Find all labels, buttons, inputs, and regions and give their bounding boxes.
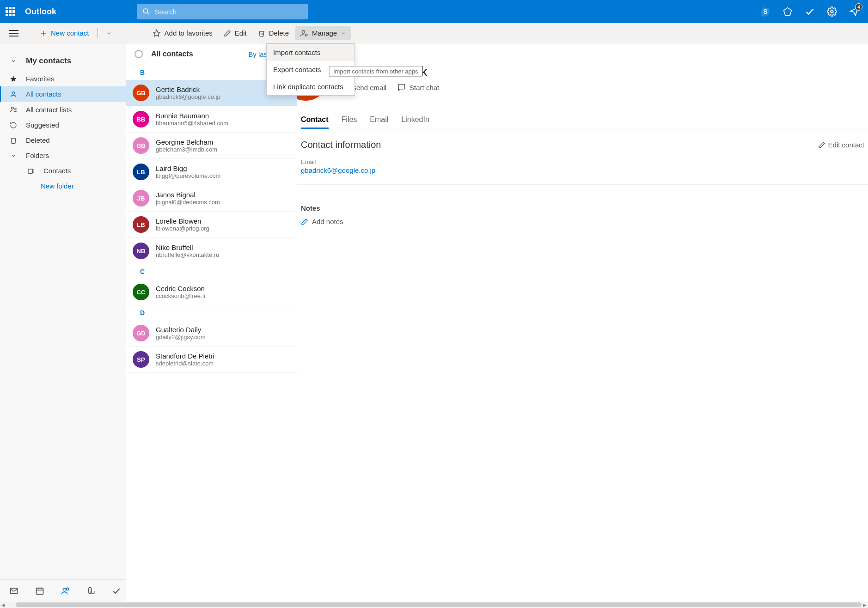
manage-label: Manage <box>312 29 337 37</box>
detail-tabs: Contact Files Email LinkedIn <box>301 105 868 129</box>
avatar: JB <box>133 190 149 207</box>
people-module-icon[interactable] <box>61 586 70 596</box>
svg-point-3 <box>831 10 833 13</box>
delete-button[interactable]: Delete <box>253 26 293 40</box>
command-bar: New contact Add to favorites Edit Delete… <box>0 23 868 43</box>
list-body[interactable]: BGBGertie Badrickgbadrick6@google.co.jpB… <box>126 65 297 602</box>
pencil-icon <box>818 141 825 149</box>
send-email-label: Send email <box>352 84 386 91</box>
skype-icon[interactable]: S <box>760 6 771 17</box>
tab-linkedin[interactable]: LinkedIn <box>401 112 429 129</box>
settings-icon[interactable] <box>826 6 837 17</box>
calendar-module-icon[interactable] <box>35 586 44 596</box>
premium-icon[interactable] <box>782 6 793 17</box>
nav-label: All contacts <box>26 90 61 98</box>
edit-contact-link[interactable]: Edit contact <box>818 141 864 149</box>
nav-label: Folders <box>26 152 49 159</box>
avatar: LB <box>133 216 149 233</box>
email-field-value[interactable]: gbadrick6@google.co.jp <box>301 166 864 174</box>
contacts-folder-icon <box>27 167 35 175</box>
horizontal-scrollbar[interactable]: ◀ ▶ <box>0 602 868 608</box>
add-notes-link[interactable]: Add notes <box>301 218 864 225</box>
contact-name: Niko Bruffell <box>156 243 219 251</box>
app-name: Outlook <box>25 7 56 17</box>
avatar: GD <box>133 325 149 341</box>
detail-panel: GB Gertie Badrick Send email Start chat … <box>297 43 868 602</box>
contact-row[interactable]: JBJanos Bignaljbignal0@dedecms.com <box>126 185 297 212</box>
contact-email: jbignal0@dedecms.com <box>156 199 220 206</box>
menu-link-duplicates[interactable]: Link duplicate contacts <box>267 78 355 95</box>
trash-icon <box>258 30 265 37</box>
avatar: SP <box>133 351 149 368</box>
module-rail <box>0 579 126 602</box>
tasks-icon[interactable] <box>804 6 815 17</box>
avatar: LB <box>133 164 149 180</box>
edit-label: Edit <box>235 29 247 37</box>
mail-module-icon[interactable] <box>9 586 18 596</box>
contact-row[interactable]: CCCedric Cocksonccocksonb@free.fr <box>126 279 297 305</box>
edit-button[interactable]: Edit <box>219 26 251 40</box>
app-header: Outlook S 4 <box>0 0 868 23</box>
search-box[interactable] <box>137 4 308 19</box>
contact-email: lbiggf@purevolume.com <box>156 172 220 179</box>
section-letter[interactable]: C <box>126 264 297 279</box>
nav-label: All contact lists <box>26 106 72 114</box>
contact-email: nbruffelle@vkontakte.ru <box>156 251 219 258</box>
contact-row[interactable]: GBGeorgine Belchamgbelcham3@imdb.com <box>126 133 297 159</box>
avatar: NB <box>133 243 149 259</box>
contact-info-title: Contact information <box>301 140 381 150</box>
contact-row[interactable]: NBNiko Bruffellnbruffelle@vkontakte.ru <box>126 238 297 264</box>
files-module-icon[interactable] <box>87 586 95 596</box>
nav-label: Contacts <box>43 167 71 175</box>
contact-row[interactable]: LBLaird Bigglbiggf@purevolume.com <box>126 159 297 185</box>
nav-all-contacts[interactable]: All contacts <box>0 86 126 102</box>
tab-email[interactable]: Email <box>370 112 388 129</box>
contact-row[interactable]: BBBunnie Baumannbbaumann5@4shared.com <box>126 106 297 133</box>
nav-favorites[interactable]: Favorites <box>0 71 126 86</box>
person-settings-icon <box>300 29 308 37</box>
main-area: Import contacts Export contacts Link dup… <box>0 43 868 602</box>
section-letter[interactable]: D <box>126 305 297 320</box>
nav-label: Suggested <box>26 121 59 129</box>
nav-folders[interactable]: Folders <box>0 148 126 163</box>
contact-name: Bunnie Baumann <box>156 112 228 120</box>
contact-name: Lorelle Blowen <box>156 217 209 225</box>
nav-suggested[interactable]: Suggested <box>0 117 126 133</box>
contact-row[interactable]: LBLorelle Blowenlblowena@prlog.org <box>126 212 297 238</box>
tab-contact[interactable]: Contact <box>301 112 329 129</box>
contact-email: sdepietrid@slate.com <box>156 360 214 367</box>
menu-import-contacts[interactable]: Import contacts <box>267 44 355 61</box>
contact-row[interactable]: SPStandford De Pietrisdepietrid@slate.co… <box>126 347 297 373</box>
search-input[interactable] <box>155 8 302 16</box>
svg-point-0 <box>143 9 148 13</box>
contact-email: gbadrick6@google.co.jp <box>156 93 220 100</box>
contact-name: Georgine Belcham <box>156 138 217 146</box>
contact-list: All contacts By last name BGBGertie Badr… <box>126 43 297 602</box>
select-all-checkbox[interactable] <box>134 50 143 58</box>
add-notes-label: Add notes <box>312 218 343 225</box>
contact-row[interactable]: GDGualterio Dailygdaily2@jigsy.com <box>126 320 297 347</box>
nav-my-contacts[interactable]: My contacts <box>0 52 126 71</box>
nav-deleted[interactable]: Deleted <box>0 133 126 148</box>
new-contact-dropdown[interactable] <box>102 28 116 39</box>
svg-rect-15 <box>28 169 32 173</box>
add-favorites-label: Add to favorites <box>165 29 213 37</box>
menu-toggle-icon[interactable] <box>9 30 18 36</box>
nav-all-lists[interactable]: All contact lists <box>0 102 126 117</box>
contact-name: Gualterio Daily <box>156 326 206 334</box>
todo-module-icon[interactable] <box>112 586 121 596</box>
new-folder-link[interactable]: New folder <box>0 178 126 194</box>
app-launcher-icon[interactable] <box>5 6 16 17</box>
tab-files[interactable]: Files <box>342 112 357 129</box>
star-icon <box>153 29 161 37</box>
start-chat-action[interactable]: Start chat <box>397 83 439 91</box>
nav-contacts-folder[interactable]: Contacts <box>0 163 126 178</box>
add-favorites-button[interactable]: Add to favorites <box>148 26 217 40</box>
new-contact-button[interactable]: New contact <box>35 26 94 40</box>
email-field-label: Email <box>301 158 864 165</box>
contact-name: Gertie Badrick <box>156 85 220 93</box>
contact-email: gdaily2@jigsy.com <box>156 334 206 340</box>
notifications-icon[interactable]: 4 <box>849 6 860 17</box>
new-contact-label: New contact <box>51 29 89 37</box>
manage-button[interactable]: Manage <box>295 26 351 40</box>
